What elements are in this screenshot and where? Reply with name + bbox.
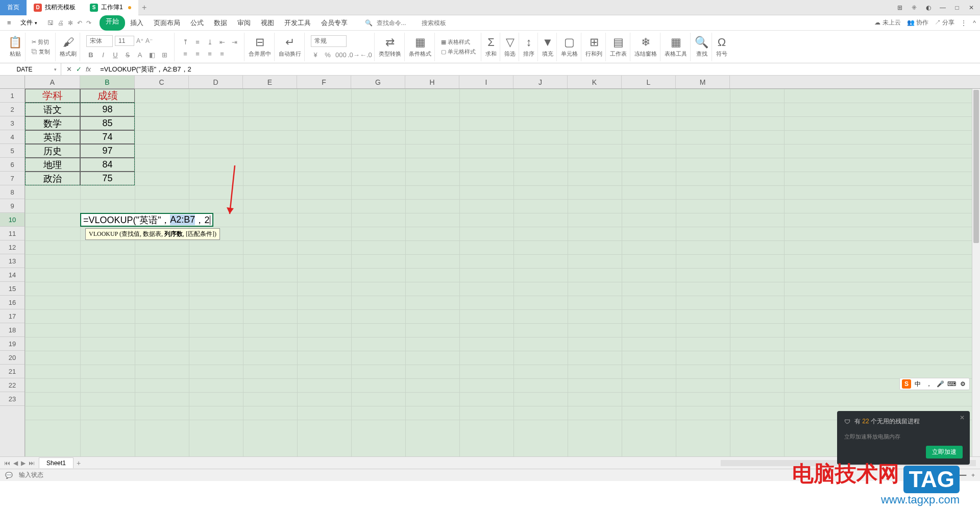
italic-button[interactable]: I: [99, 51, 108, 59]
row-header-23[interactable]: 23: [0, 392, 24, 406]
align-top-icon[interactable]: ⤒: [181, 38, 190, 46]
col-header-A[interactable]: A: [25, 76, 80, 88]
row-header-1[interactable]: 1: [0, 89, 24, 103]
vertical-scrollbar[interactable]: [972, 89, 980, 456]
row-header-8[interactable]: 8: [0, 185, 24, 199]
menu-tab-view[interactable]: 视图: [256, 15, 279, 31]
formula-cancel-icon[interactable]: ✕: [66, 65, 72, 73]
font-name-select[interactable]: 宋体: [86, 35, 113, 47]
sheet-next-icon[interactable]: ▶: [21, 460, 26, 467]
row-header-9[interactable]: 9: [0, 199, 24, 213]
symbol-button[interactable]: Ω符号: [716, 36, 727, 58]
indent-inc-icon[interactable]: ⇥: [230, 38, 239, 46]
cell-A7[interactable]: 政治: [25, 172, 80, 185]
search-template-input[interactable]: [422, 19, 462, 27]
tab-add-button[interactable]: +: [138, 3, 151, 12]
cell-style-button[interactable]: ▢ 单元格样式: [441, 48, 476, 56]
ime-bar[interactable]: S 中 ， 🎤 ⌨ ⚙: [899, 378, 970, 390]
underline-button[interactable]: U: [111, 51, 120, 59]
increase-font-icon[interactable]: A⁺: [136, 37, 143, 44]
percent-icon[interactable]: %: [323, 51, 332, 59]
sort-button[interactable]: ↕排序: [523, 36, 534, 58]
row-header-20[interactable]: 20: [0, 351, 24, 365]
menu-tab-start[interactable]: 开始: [100, 15, 125, 31]
cell-B7[interactable]: 75: [80, 172, 135, 185]
name-box-input[interactable]: [4, 66, 45, 73]
row-header-16[interactable]: 16: [0, 296, 24, 309]
tab-home[interactable]: 首页: [0, 0, 27, 15]
row-header-22[interactable]: 22: [0, 378, 24, 392]
col-header-C[interactable]: C: [135, 76, 189, 88]
strike-button[interactable]: S̶: [123, 51, 132, 59]
coop-button[interactable]: 👥 协作: [907, 18, 928, 27]
ime-punct-icon[interactable]: ，: [924, 379, 934, 389]
row-header-5[interactable]: 5: [0, 144, 24, 158]
menu-tab-formula[interactable]: 公式: [185, 15, 209, 31]
cell-B1[interactable]: 成绩: [80, 89, 135, 103]
sheet-tab[interactable]: Sheet1: [39, 457, 74, 468]
active-cell-B10[interactable]: =VLOOKUP("英语"，A2:B7，2: [80, 213, 213, 227]
bold-button[interactable]: B: [86, 51, 95, 59]
row-header-18[interactable]: 18: [0, 323, 24, 337]
cell-A4[interactable]: 英语: [25, 130, 80, 144]
fill-button[interactable]: ▼填充: [542, 36, 553, 58]
menu-tab-insert[interactable]: 插入: [125, 15, 149, 31]
cell-A1[interactable]: 学科: [25, 89, 80, 103]
freeze-button[interactable]: ❄冻结窗格: [634, 36, 657, 58]
search-command-input[interactable]: [377, 19, 418, 27]
align-center-icon[interactable]: ≡: [193, 50, 202, 58]
currency-icon[interactable]: ¥: [311, 51, 320, 59]
name-box[interactable]: ▾: [0, 63, 61, 75]
notify-close-icon[interactable]: ✕: [960, 414, 965, 421]
fx-icon[interactable]: fx: [86, 65, 91, 73]
row-header-15[interactable]: 15: [0, 282, 24, 296]
align-mid-icon[interactable]: ≡: [193, 38, 202, 46]
comma-icon[interactable]: 000: [335, 51, 345, 59]
col-header-K[interactable]: K: [568, 76, 622, 88]
row-header-3[interactable]: 3: [0, 116, 24, 130]
col-header-L[interactable]: L: [622, 76, 676, 88]
col-header-H[interactable]: H: [405, 76, 459, 88]
col-header-D[interactable]: D: [189, 76, 243, 88]
paste-button[interactable]: 📋 粘贴: [8, 36, 22, 58]
border-button[interactable]: ⊞: [160, 51, 169, 59]
redo-icon[interactable]: ↷: [86, 19, 91, 27]
align-justify-icon[interactable]: ≡: [217, 50, 227, 58]
ime-mic-icon[interactable]: 🎤: [936, 379, 945, 389]
menu-tab-data[interactable]: 数据: [209, 15, 232, 31]
row-header-4[interactable]: 4: [0, 130, 24, 144]
sheet-prev-icon[interactable]: ◀: [13, 460, 18, 467]
row-header-21[interactable]: 21: [0, 365, 24, 378]
row-header-12[interactable]: 12: [0, 240, 24, 254]
wrap-button[interactable]: ↵自动换行: [279, 36, 301, 58]
ime-settings-icon[interactable]: ⚙: [958, 379, 967, 389]
filter-button[interactable]: ▽筛选: [504, 36, 516, 58]
close-button[interactable]: ✕: [967, 3, 976, 12]
row-header-19[interactable]: 19: [0, 337, 24, 351]
decrease-font-icon[interactable]: A⁻: [145, 37, 153, 44]
menu-tab-layout[interactable]: 页面布局: [149, 15, 185, 31]
hamburger-icon[interactable]: ≡: [4, 17, 14, 29]
ime-keyboard-icon[interactable]: ⌨: [947, 379, 956, 389]
col-header-M[interactable]: M: [676, 76, 730, 88]
copy-button[interactable]: ⿻ 复制: [32, 48, 50, 56]
indent-dec-icon[interactable]: ⇤: [217, 38, 227, 46]
collapse-ribbon-icon[interactable]: ^: [973, 19, 976, 27]
find-button[interactable]: 🔍查找: [695, 36, 708, 58]
number-format-select[interactable]: 常规: [311, 35, 347, 47]
row-header-14[interactable]: 14: [0, 268, 24, 282]
cloud-button[interactable]: ☁ 未上云: [874, 18, 900, 27]
minimize-button[interactable]: —: [938, 3, 947, 12]
row-header-7[interactable]: 7: [0, 172, 24, 185]
cell-B3[interactable]: 85: [80, 116, 135, 130]
more-icon[interactable]: ⋮: [961, 19, 967, 27]
chat-icon[interactable]: 💬: [5, 472, 13, 479]
menu-tab-dev[interactable]: 开发工具: [279, 15, 316, 31]
preview-icon[interactable]: ✻: [68, 19, 73, 27]
sum-button[interactable]: Σ求和: [485, 36, 497, 58]
align-left-icon[interactable]: ≡: [181, 50, 190, 58]
table-style-button[interactable]: ▦ 表格样式: [441, 38, 476, 46]
file-menu[interactable]: 文件 ▾: [16, 17, 41, 28]
fill-color-button[interactable]: ◧: [148, 51, 157, 59]
row-header-11[interactable]: 11: [0, 227, 24, 240]
